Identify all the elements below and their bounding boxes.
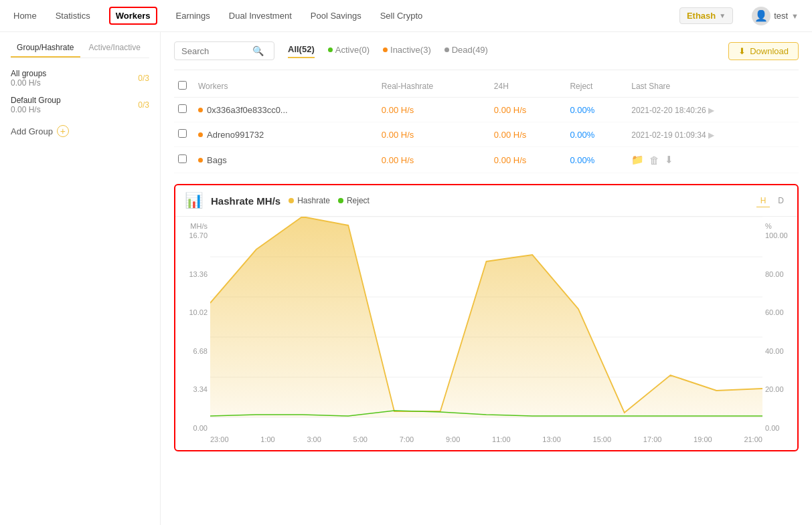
nav-earnings[interactable]: Earnings: [176, 11, 210, 21]
folder-icon[interactable]: 📁: [631, 154, 644, 166]
row1-checkbox-cell: [174, 98, 194, 122]
x-axis: 23:00 1:00 3:00 5:00 7:00 9:00 11:00 13:…: [175, 433, 797, 443]
chart-area: MH/s 16.70 13.36 10.02 6.68 3.34 0.00: [175, 217, 797, 450]
chart-time-h-button[interactable]: H: [756, 195, 770, 207]
x-label-6: 11:00: [492, 435, 511, 443]
real-hashrate-header: Real-Hashrate: [378, 76, 490, 98]
row3-worker-name[interactable]: Bags: [207, 155, 227, 165]
worker-status-dot: [198, 132, 203, 137]
chart-title: Hashrate MH/s: [211, 195, 280, 207]
nav-dual-investment[interactable]: Dual Investment: [229, 11, 292, 21]
nav-pool-savings[interactable]: Pool Savings: [311, 11, 361, 21]
reject-header: Reject: [566, 76, 627, 98]
row3-reject: 0.00%: [566, 147, 627, 173]
nav-workers[interactable]: Workers: [109, 7, 157, 25]
row2-timestamp: 2021-02-19 01:09:34: [631, 130, 706, 140]
chart-time-d-button[interactable]: D: [774, 195, 788, 207]
x-label-10: 19:00: [694, 435, 712, 443]
user-chevron-icon: ▼: [791, 12, 799, 20]
chart-time-buttons: H D: [756, 195, 788, 207]
filter-tab-active[interactable]: Active(0): [328, 45, 370, 58]
user-menu[interactable]: 👤 test ▼: [752, 7, 799, 25]
row1-last-share: 2021-02-20 18:40:26 ▶: [627, 98, 799, 122]
row3-checkbox[interactable]: [178, 154, 187, 163]
username-label: test: [774, 11, 788, 21]
add-group-label: Add Group: [11, 126, 53, 136]
y-left-label-5: 0.00: [175, 424, 208, 432]
download-button[interactable]: ⬇ Download: [728, 42, 799, 60]
inactive-dot-icon: [383, 47, 388, 52]
search-box[interactable]: 🔍: [174, 41, 274, 60]
y-left-label-4: 3.34: [175, 385, 208, 393]
chart-legend-reject: Reject: [338, 196, 370, 205]
sidebar-tab-group-hashrate[interactable]: Group/Hashrate: [11, 43, 80, 58]
chart-svg: [210, 217, 762, 431]
filter-tab-dead-label: Dead(49): [452, 45, 488, 55]
row2-24h: 0.00 H/s: [490, 122, 566, 147]
row2-checkbox[interactable]: [178, 129, 187, 138]
user-avatar-icon: 👤: [752, 7, 770, 25]
y-right-label-2: 60.00: [765, 308, 797, 316]
nav-home[interactable]: Home: [13, 11, 37, 21]
y-left-label-0: 16.70: [175, 231, 208, 239]
search-input[interactable]: [181, 46, 248, 56]
chart-legend-hashrate: Hashrate: [289, 196, 330, 205]
x-label-1: 1:00: [260, 435, 274, 443]
add-group-icon: +: [57, 125, 69, 137]
add-group-button[interactable]: Add Group +: [11, 125, 149, 137]
filter-tab-all[interactable]: All(52): [288, 44, 315, 58]
row2-checkbox-cell: [174, 122, 194, 147]
search-icon: 🔍: [252, 45, 264, 56]
row2-worker: Adreno991732: [194, 122, 378, 147]
row1-worker-name[interactable]: 0x336a3f0e833cc0...: [207, 105, 288, 115]
worker-status-dot: [198, 108, 203, 112]
row2-detail-icon[interactable]: ▶: [708, 130, 714, 140]
default-group-label: Default Group: [11, 96, 61, 105]
row1-checkbox[interactable]: [178, 104, 187, 113]
filter-bar: 🔍 All(52) Active(0) Inactive(3) Dead(49): [174, 32, 799, 70]
sidebar-default-group-row: Default Group 0.00 H/s 0/3: [11, 96, 149, 114]
nav-sell-crypto[interactable]: Sell Crypto: [380, 11, 423, 21]
download-label: Download: [750, 46, 789, 56]
all-groups-hashrate: 0.00 H/s: [11, 78, 46, 88]
sidebar-tab-active-inactive[interactable]: Active/Inactive: [80, 43, 150, 58]
filter-tab-dead[interactable]: Dead(49): [444, 45, 488, 58]
y-right-label-4: 20.00: [765, 385, 797, 393]
row2-worker-name[interactable]: Adreno991732: [207, 130, 264, 140]
x-label-4: 7:00: [400, 435, 414, 443]
select-all-header: [174, 76, 194, 98]
row3-action-icons: 📁 🗑 ⬇: [631, 154, 795, 166]
y-right-label-0: 100.00: [765, 231, 797, 239]
row3-24h: 0.00 H/s: [490, 147, 566, 173]
ethash-label: Ethash: [687, 11, 716, 21]
table-row: 0x336a3f0e833cc0... 0.00 H/s 0.00 H/s 0.…: [174, 98, 799, 122]
sidebar-tab-bar: Group/Hashrate Active/Inactive: [11, 43, 149, 58]
select-all-checkbox[interactable]: [178, 81, 187, 90]
active-dot-icon: [328, 47, 333, 52]
workers-header: Workers: [194, 76, 378, 98]
y-right-label-1: 80.00: [765, 270, 797, 278]
y-right-label-3: 40.00: [765, 347, 797, 355]
download-row-icon[interactable]: ⬇: [665, 154, 673, 166]
filter-tab-inactive-label: Inactive(3): [390, 45, 431, 55]
row1-detail-icon[interactable]: ▶: [708, 106, 714, 115]
x-label-3: 5:00: [353, 435, 368, 443]
filter-tab-inactive[interactable]: Inactive(3): [383, 45, 431, 58]
y-left-label-1: 13.36: [175, 270, 208, 278]
ethash-selector[interactable]: Ethash ▼: [679, 7, 733, 24]
table-row: Bags 0.00 H/s 0.00 H/s 0.00% 📁 🗑 ⬇: [174, 147, 799, 173]
worker-status-dot: [198, 158, 203, 163]
sidebar-all-groups-row: All groups 0.00 H/s 0/3: [11, 69, 149, 88]
nav-statistics[interactable]: Statistics: [56, 11, 90, 21]
row3-last-share: 📁 🗑 ⬇: [627, 147, 799, 173]
chevron-down-icon: ▼: [719, 12, 726, 19]
24h-header: 24H: [490, 76, 566, 98]
row3-checkbox-cell: [174, 147, 194, 173]
download-icon: ⬇: [738, 46, 746, 56]
table-row: Adreno991732 0.00 H/s 0.00 H/s 0.00% 202…: [174, 122, 799, 147]
filter-tab-active-label: Active(0): [335, 45, 370, 55]
y-right-unit: %: [765, 222, 797, 230]
reject-legend-dot: [338, 198, 343, 203]
delete-icon[interactable]: 🗑: [649, 154, 659, 166]
last-share-header: Last Share: [627, 76, 799, 98]
